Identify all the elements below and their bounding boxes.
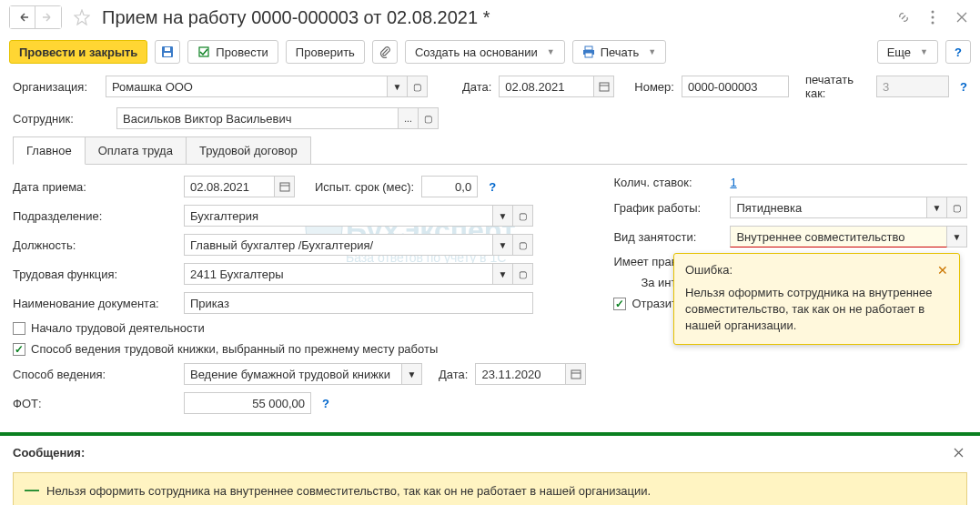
tab-main[interactable]: Главное xyxy=(13,136,86,165)
start-work-label: Начало трудовой деятельности xyxy=(31,321,205,335)
svg-point-1 xyxy=(932,16,935,19)
link-icon[interactable] xyxy=(894,8,913,26)
tooltip-body: Нельзя оформить сотрудника на внутреннее… xyxy=(685,285,948,335)
employee-input[interactable] xyxy=(116,107,399,129)
number-input[interactable] xyxy=(682,76,789,97)
dropdown-button[interactable]: ▼ xyxy=(493,263,513,285)
tooltip-close-icon[interactable]: ✕ xyxy=(937,263,948,278)
hint-icon[interactable]: ? xyxy=(322,397,329,410)
hint-icon[interactable]: ? xyxy=(489,180,496,194)
chevron-down-icon: ▼ xyxy=(547,47,555,56)
svg-rect-7 xyxy=(585,46,592,50)
messages-header: Сообщения: xyxy=(13,446,85,460)
favorite-star-icon[interactable] xyxy=(71,6,93,28)
print-button[interactable]: Печать▼ xyxy=(572,40,667,64)
print-as-label: печатать как: xyxy=(805,73,869,100)
nav-forward-button[interactable] xyxy=(35,6,61,28)
probation-input[interactable] xyxy=(421,176,478,197)
create-based-button[interactable]: Создать на основании▼ xyxy=(405,40,565,64)
svg-rect-10 xyxy=(600,83,609,91)
number-label: Номер: xyxy=(634,80,674,94)
function-input[interactable] xyxy=(184,263,493,285)
dropdown-button[interactable]: ▼ xyxy=(493,234,513,256)
error-tooltip: Ошибка: ✕ Нельзя оформить сотрудника на … xyxy=(673,253,960,345)
employment-type-input[interactable] xyxy=(730,226,947,247)
fot-input[interactable] xyxy=(184,392,311,414)
tab-contract[interactable]: Трудовой договор xyxy=(186,136,311,164)
page-title: Прием на работу 0000-000003 от 02.08.202… xyxy=(102,7,889,28)
dropdown-button[interactable]: ▼ xyxy=(402,363,422,385)
doc-name-input[interactable] xyxy=(184,292,533,314)
close-icon[interactable] xyxy=(953,8,971,26)
svg-rect-5 xyxy=(165,47,170,51)
check-button[interactable]: Проверить xyxy=(286,40,365,64)
dropdown-button[interactable]: ▼ xyxy=(927,197,947,218)
svg-rect-9 xyxy=(585,53,592,57)
svg-point-0 xyxy=(932,11,935,14)
rate-count-label: Колич. ставок: xyxy=(613,176,722,189)
schedule-input[interactable] xyxy=(730,197,927,218)
fot-label: ФОТ: xyxy=(13,397,177,410)
message-text: Нельзя оформить сотрудника на внутреннее… xyxy=(46,484,651,498)
open-button[interactable]: ▢ xyxy=(513,205,533,227)
more-button[interactable]: Еще▼ xyxy=(877,40,938,64)
hire-date-input[interactable] xyxy=(184,176,275,197)
svg-rect-12 xyxy=(280,183,289,191)
reflect-checkbox[interactable] xyxy=(613,298,626,310)
save-button[interactable] xyxy=(155,40,180,64)
dropdown-button[interactable]: ▼ xyxy=(388,76,408,97)
post-button[interactable]: Провести xyxy=(187,40,278,64)
messages-close-icon[interactable] xyxy=(949,443,967,461)
dropdown-button[interactable]: ▼ xyxy=(947,226,967,247)
position-input[interactable] xyxy=(184,234,493,256)
function-label: Трудовая функция: xyxy=(13,268,177,281)
employment-type-label: Вид занятости: xyxy=(613,230,722,244)
svg-rect-4 xyxy=(164,53,171,56)
attach-button[interactable] xyxy=(372,40,398,64)
message-bullet-icon: — xyxy=(25,482,39,499)
method-input[interactable] xyxy=(184,363,402,385)
hint-icon[interactable]: ? xyxy=(960,80,967,94)
open-button[interactable]: ▢ xyxy=(513,263,533,285)
start-work-checkbox[interactable] xyxy=(13,322,25,335)
tab-payment[interactable]: Оплата труда xyxy=(85,136,187,164)
svg-rect-14 xyxy=(571,370,581,379)
chevron-down-icon: ▼ xyxy=(920,47,928,56)
position-label: Должность: xyxy=(13,238,177,252)
help-button[interactable]: ? xyxy=(945,40,971,64)
select-button[interactable]: ... xyxy=(399,107,419,129)
post-and-close-button[interactable]: Провести и закрыть xyxy=(9,40,147,64)
date-label: Дата: xyxy=(462,80,491,94)
book-method-checkbox[interactable] xyxy=(13,343,25,356)
message-item[interactable]: — Нельзя оформить сотрудника на внутренн… xyxy=(13,472,967,505)
method-date-label: Дата: xyxy=(439,368,468,381)
dropdown-button[interactable]: ▼ xyxy=(493,205,513,227)
doc-name-label: Наименование документа: xyxy=(13,297,177,310)
open-button[interactable]: ▢ xyxy=(419,107,439,129)
calendar-button[interactable] xyxy=(566,363,586,385)
open-button[interactable]: ▢ xyxy=(408,76,428,97)
tooltip-title: Ошибка: xyxy=(685,263,732,278)
nav-back-button[interactable] xyxy=(10,6,35,28)
method-label: Способ ведения: xyxy=(13,368,177,381)
chevron-down-icon: ▼ xyxy=(648,47,656,56)
open-button[interactable]: ▢ xyxy=(947,197,967,218)
probation-label: Испыт. срок (мес): xyxy=(315,180,414,194)
svg-point-2 xyxy=(932,22,935,25)
calendar-button[interactable] xyxy=(594,76,614,97)
more-menu-icon[interactable] xyxy=(924,8,942,26)
date-input[interactable] xyxy=(499,76,594,97)
calendar-button[interactable] xyxy=(275,176,295,197)
org-label: Организация: xyxy=(13,80,98,94)
rate-count-link[interactable]: 1 xyxy=(730,176,736,189)
open-button[interactable]: ▢ xyxy=(513,234,533,256)
schedule-label: График работы: xyxy=(613,201,722,215)
print-as-input xyxy=(876,76,949,97)
method-date-input[interactable] xyxy=(475,363,566,385)
book-method-label: Способ ведения трудовой книжки, выбранны… xyxy=(31,342,438,356)
hire-date-label: Дата приема: xyxy=(13,180,177,194)
department-label: Подразделение: xyxy=(13,209,177,223)
department-input[interactable] xyxy=(184,205,493,227)
org-input[interactable] xyxy=(106,76,388,97)
employee-label: Сотрудник: xyxy=(13,112,109,126)
